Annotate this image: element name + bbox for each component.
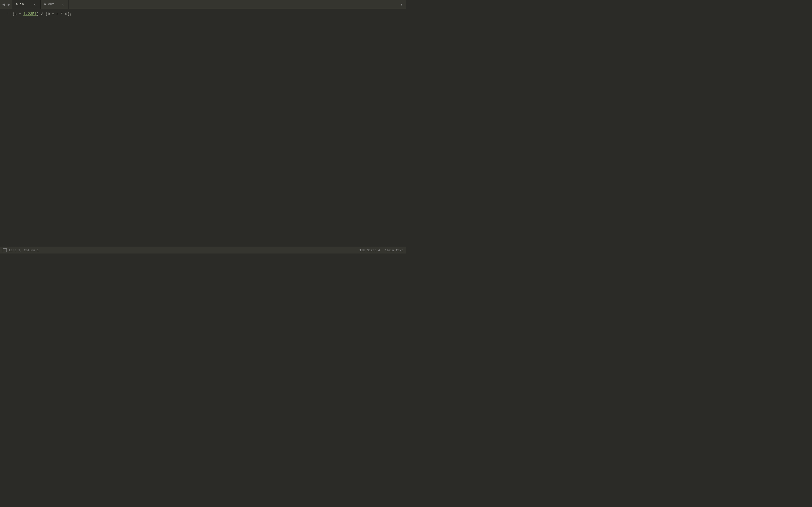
tab-next-button[interactable]: ▶: [6, 2, 11, 7]
line-number-1: 1: [2, 11, 9, 17]
status-icon: [3, 248, 7, 252]
editor-content[interactable]: (a − 1.23E1) / (b + c * d);: [11, 9, 406, 247]
language-mode[interactable]: Plain Text: [385, 249, 403, 252]
tab-a-in-close-button[interactable]: ×: [33, 2, 37, 7]
tab-a-in-label: a.in: [16, 3, 31, 6]
tabs-container: a.in × a.out ×: [12, 0, 398, 9]
tab-nav-buttons: ◀ ▶: [0, 2, 12, 7]
tab-size[interactable]: Tab Size: 4: [359, 249, 380, 252]
editor-area: 1 (a − 1.23E1) / (b + c * d);: [0, 9, 406, 247]
line-numbers: 1: [0, 9, 11, 247]
tab-bar: ◀ ▶ a.in × a.out × ▼: [0, 0, 406, 9]
tab-a-out[interactable]: a.out ×: [41, 0, 69, 9]
tab-dropdown-button[interactable]: ▼: [398, 1, 405, 8]
tab-a-in[interactable]: a.in ×: [12, 0, 41, 9]
tab-a-out-close-button[interactable]: ×: [61, 2, 65, 7]
tab-prev-button[interactable]: ◀: [1, 2, 6, 7]
code-line-1: (a − 1.23E1) / (b + c * d);: [12, 11, 405, 17]
status-bar: Line 1, Column 1 Tab Size: 4 Plain Text: [0, 247, 406, 253]
status-left: Line 1, Column 1: [3, 248, 39, 252]
tab-a-out-label: a.out: [44, 3, 59, 6]
cursor-position: Line 1, Column 1: [9, 249, 39, 252]
status-right: Tab Size: 4 Plain Text: [359, 249, 403, 252]
